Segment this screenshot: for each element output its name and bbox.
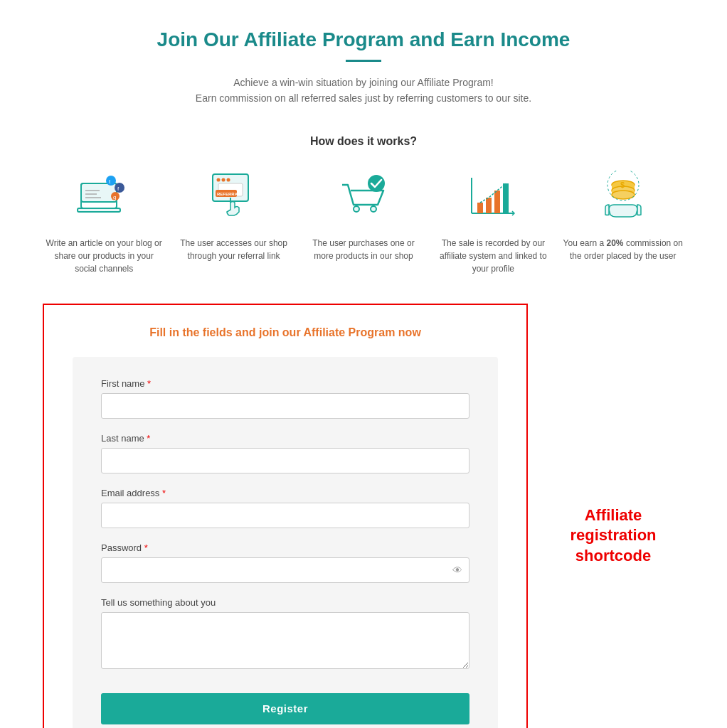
step-1-icon: t f g xyxy=(72,169,136,226)
first-name-input[interactable] xyxy=(101,393,469,419)
step-3-text: The user purchases one or more products … xyxy=(303,237,424,262)
svg-rect-27 xyxy=(494,191,500,213)
svg-point-6 xyxy=(106,176,116,186)
register-button[interactable]: Register xyxy=(101,693,469,724)
last-name-required: * xyxy=(147,433,150,444)
svg-point-14 xyxy=(221,178,225,182)
step-3: The user purchases one or more products … xyxy=(303,169,424,262)
page-title: Join Our Affiliate Program and Earn Inco… xyxy=(43,28,684,51)
step-4: The sale is recorded by our affiliate sy… xyxy=(433,169,553,275)
svg-rect-25 xyxy=(477,203,483,213)
first-name-label: First name * xyxy=(101,378,469,389)
form-card: First name * Last name * Ema xyxy=(73,357,498,728)
svg-text:g: g xyxy=(113,194,116,200)
step-1: t f g Write an article on your blog or s… xyxy=(43,169,164,275)
first-name-group: First name * xyxy=(101,378,469,419)
svg-point-21 xyxy=(371,206,376,212)
side-label-text: Affiliate registration shortcode xyxy=(542,505,684,567)
email-required: * xyxy=(162,488,166,498)
svg-rect-26 xyxy=(486,198,492,213)
about-textarea[interactable] xyxy=(101,612,469,669)
header-section: Join Our Affiliate Program and Earn Inco… xyxy=(43,28,684,107)
svg-point-13 xyxy=(216,178,220,182)
password-wrapper: 👁 xyxy=(101,557,469,583)
svg-rect-28 xyxy=(503,183,509,213)
affiliate-form-container: Fill in the fields and join our Affiliat… xyxy=(43,304,528,728)
step-3-icon xyxy=(331,169,396,226)
step-1-text: Write an article on your blog or share o… xyxy=(43,237,164,275)
registration-section: Fill in the fields and join our Affiliat… xyxy=(43,304,684,728)
title-divider xyxy=(346,60,381,62)
step-5: $ You earn a 20% commission on the order… xyxy=(563,169,684,262)
step-4-text: The sale is recorded by our affiliate sy… xyxy=(433,237,553,275)
password-group: Password * 👁 xyxy=(101,542,469,583)
email-group: Email address * xyxy=(101,488,469,528)
password-required: * xyxy=(144,542,148,553)
last-name-group: Last name * xyxy=(101,433,469,473)
last-name-label: Last name * xyxy=(101,433,469,444)
password-label: Password * xyxy=(101,542,469,553)
step-2-text: The user accesses our shop through your … xyxy=(174,237,294,262)
email-label: Email address * xyxy=(101,488,469,498)
svg-text:$: $ xyxy=(620,181,625,189)
about-label: Tell us something about you xyxy=(101,597,469,608)
how-title: How does it works? xyxy=(43,135,684,148)
step-2: REFERRAL The user accesses our shop thro… xyxy=(174,169,294,262)
steps-row: t f g Write an article on your blog or s… xyxy=(43,169,684,275)
svg-point-15 xyxy=(226,178,230,182)
svg-point-22 xyxy=(368,175,385,192)
last-name-input[interactable] xyxy=(101,448,469,473)
svg-rect-2 xyxy=(78,208,120,212)
svg-rect-1 xyxy=(81,183,117,202)
step-2-icon: REFERRAL xyxy=(202,169,266,226)
eye-icon[interactable]: 👁 xyxy=(452,564,462,576)
first-name-required: * xyxy=(147,378,151,389)
svg-point-33 xyxy=(612,191,635,199)
email-input[interactable] xyxy=(101,503,469,528)
side-label: Affiliate registration shortcode xyxy=(542,505,684,567)
step-5-icon: $ xyxy=(591,169,655,226)
password-input[interactable] xyxy=(101,557,469,583)
subtitle: Achieve a win-win situation by joining o… xyxy=(43,75,684,107)
svg-text:REFERRAL: REFERRAL xyxy=(217,192,240,196)
step-5-text: You earn a 20% commission on the order p… xyxy=(563,237,684,262)
svg-point-20 xyxy=(354,206,359,212)
about-group: Tell us something about you xyxy=(101,597,469,672)
form-title: Fill in the fields and join our Affiliat… xyxy=(73,326,498,339)
svg-point-8 xyxy=(115,183,124,193)
step-4-icon xyxy=(461,169,525,226)
how-section: How does it works? xyxy=(43,135,684,275)
